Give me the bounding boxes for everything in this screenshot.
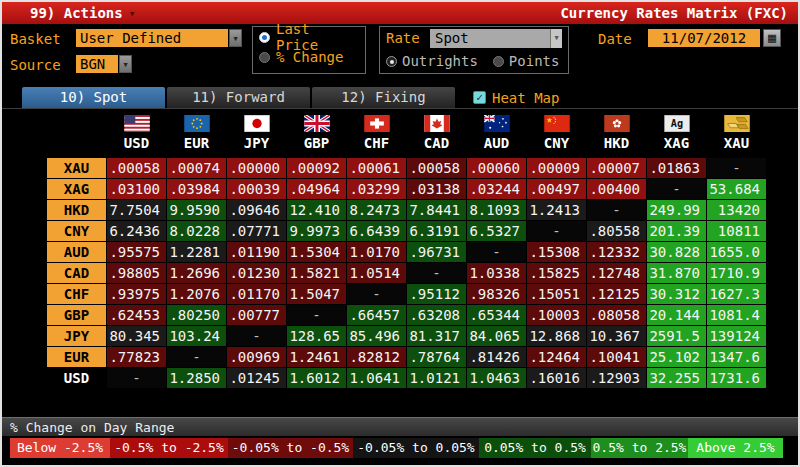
matrix-cell-eur-aud[interactable]: .81426: [467, 347, 526, 367]
matrix-cell-aud-xau[interactable]: 1655.0: [707, 242, 766, 262]
matrix-cell-cny-chf[interactable]: 6.6439: [347, 221, 406, 241]
column-header-cny[interactable]: CNY: [527, 115, 586, 157]
matrix-cell-xag-aud[interactable]: .03244: [467, 179, 526, 199]
column-header-usd[interactable]: USD: [107, 115, 166, 157]
matrix-cell-cad-eur[interactable]: 1.2696: [167, 263, 226, 283]
matrix-cell-chf-aud[interactable]: .98326: [467, 284, 526, 304]
column-header-aud[interactable]: AUD: [467, 115, 526, 157]
matrix-cell-eur-chf[interactable]: .82812: [347, 347, 406, 367]
row-label-cad[interactable]: CAD: [47, 263, 106, 283]
matrix-cell-gbp-usd[interactable]: .62453: [107, 305, 166, 325]
matrix-cell-xau-chf[interactable]: .00061: [347, 158, 406, 178]
matrix-cell-chf-chf[interactable]: -: [347, 284, 406, 304]
matrix-cell-jpy-gbp[interactable]: 128.65: [287, 326, 346, 346]
matrix-cell-chf-xau[interactable]: 1627.3: [707, 284, 766, 304]
matrix-cell-chf-eur[interactable]: 1.2076: [167, 284, 226, 304]
matrix-cell-hkd-xau[interactable]: 13420: [707, 200, 766, 220]
matrix-cell-usd-hkd[interactable]: .12903: [587, 368, 646, 388]
tab-fixing[interactable]: 12) Fixing: [312, 87, 455, 108]
matrix-cell-cad-usd[interactable]: .98805: [107, 263, 166, 283]
matrix-cell-cny-cad[interactable]: 6.3191: [407, 221, 466, 241]
matrix-cell-usd-chf[interactable]: 1.0641: [347, 368, 406, 388]
heatmap-toggle[interactable]: ✓ Heat Map: [473, 87, 559, 108]
calendar-icon[interactable]: ▦: [763, 29, 781, 47]
matrix-cell-jpy-cny[interactable]: 12.868: [527, 326, 586, 346]
matrix-cell-eur-jpy[interactable]: .00969: [227, 347, 286, 367]
column-header-gbp[interactable]: GBP: [287, 115, 346, 157]
matrix-cell-eur-cny[interactable]: .12464: [527, 347, 586, 367]
matrix-cell-xag-cny[interactable]: .00497: [527, 179, 586, 199]
matrix-cell-xau-jpy[interactable]: .00000: [227, 158, 286, 178]
matrix-cell-usd-cad[interactable]: 1.0121: [407, 368, 466, 388]
matrix-cell-gbp-aud[interactable]: .65344: [467, 305, 526, 325]
tab-forward[interactable]: 11) Forward: [167, 87, 310, 108]
matrix-cell-xag-jpy[interactable]: .00039: [227, 179, 286, 199]
matrix-cell-usd-gbp[interactable]: 1.6012: [287, 368, 346, 388]
matrix-cell-cny-gbp[interactable]: 9.9973: [287, 221, 346, 241]
matrix-cell-gbp-hkd[interactable]: .08058: [587, 305, 646, 325]
matrix-cell-cny-eur[interactable]: 8.0228: [167, 221, 226, 241]
matrix-cell-xau-aud[interactable]: .00060: [467, 158, 526, 178]
row-label-jpy[interactable]: JPY: [47, 326, 106, 346]
matrix-cell-aud-jpy[interactable]: .01190: [227, 242, 286, 262]
matrix-cell-hkd-usd[interactable]: 7.7504: [107, 200, 166, 220]
points-label[interactable]: Points: [509, 53, 560, 69]
matrix-cell-cad-xag[interactable]: 31.870: [647, 263, 706, 283]
matrix-cell-eur-hkd[interactable]: .10041: [587, 347, 646, 367]
matrix-cell-xau-gbp[interactable]: .00092: [287, 158, 346, 178]
column-header-jpy[interactable]: JPY: [227, 115, 286, 157]
outrights-label[interactable]: Outrights: [402, 53, 478, 69]
matrix-cell-hkd-gbp[interactable]: 12.410: [287, 200, 346, 220]
matrix-cell-xag-chf[interactable]: .03299: [347, 179, 406, 199]
matrix-cell-chf-cny[interactable]: .15051: [527, 284, 586, 304]
matrix-cell-jpy-xag[interactable]: 2591.5: [647, 326, 706, 346]
actions-menu[interactable]: 99) Actions ▾: [30, 5, 135, 21]
matrix-cell-usd-usd[interactable]: -: [107, 368, 166, 388]
matrix-cell-xag-xau[interactable]: 53.684: [707, 179, 766, 199]
matrix-cell-jpy-cad[interactable]: 81.317: [407, 326, 466, 346]
matrix-cell-xag-eur[interactable]: .03984: [167, 179, 226, 199]
column-header-eur[interactable]: EUR: [167, 115, 226, 157]
matrix-cell-cad-hkd[interactable]: .12748: [587, 263, 646, 283]
matrix-cell-cad-aud[interactable]: 1.0338: [467, 263, 526, 283]
matrix-cell-cny-hkd[interactable]: .80558: [587, 221, 646, 241]
radio-unselected-icon[interactable]: [493, 56, 504, 67]
column-header-hkd[interactable]: HKD: [587, 115, 646, 157]
matrix-cell-cad-gbp[interactable]: 1.5821: [287, 263, 346, 283]
matrix-cell-chf-hkd[interactable]: .12125: [587, 284, 646, 304]
matrix-cell-jpy-eur[interactable]: 103.24: [167, 326, 226, 346]
row-label-xau[interactable]: XAU: [47, 158, 106, 178]
matrix-cell-jpy-aud[interactable]: 84.065: [467, 326, 526, 346]
matrix-cell-cny-xau[interactable]: 10811: [707, 221, 766, 241]
matrix-cell-aud-cny[interactable]: .15308: [527, 242, 586, 262]
matrix-cell-usd-xag[interactable]: 32.255: [647, 368, 706, 388]
matrix-cell-hkd-jpy[interactable]: .09646: [227, 200, 286, 220]
source-dropdown-arrow-icon[interactable]: ▼: [119, 55, 132, 73]
row-label-hkd[interactable]: HKD: [47, 200, 106, 220]
source-dropdown[interactable]: BGN: [76, 55, 118, 73]
matrix-cell-aud-xag[interactable]: 30.828: [647, 242, 706, 262]
row-label-eur[interactable]: EUR: [47, 347, 106, 367]
matrix-cell-aud-eur[interactable]: 1.2281: [167, 242, 226, 262]
matrix-cell-usd-aud[interactable]: 1.0463: [467, 368, 526, 388]
matrix-cell-gbp-gbp[interactable]: -: [287, 305, 346, 325]
matrix-cell-cad-jpy[interactable]: .01230: [227, 263, 286, 283]
row-label-aud[interactable]: AUD: [47, 242, 106, 262]
matrix-cell-xag-gbp[interactable]: .04964: [287, 179, 346, 199]
matrix-cell-xau-cad[interactable]: .00058: [407, 158, 466, 178]
matrix-cell-gbp-jpy[interactable]: .00777: [227, 305, 286, 325]
row-label-chf[interactable]: CHF: [47, 284, 106, 304]
matrix-cell-cad-chf[interactable]: 1.0514: [347, 263, 406, 283]
matrix-cell-xag-cad[interactable]: .03138: [407, 179, 466, 199]
matrix-cell-xau-cny[interactable]: .00009: [527, 158, 586, 178]
row-label-cny[interactable]: CNY: [47, 221, 106, 241]
matrix-cell-aud-gbp[interactable]: 1.5304: [287, 242, 346, 262]
matrix-cell-usd-cny[interactable]: .16016: [527, 368, 586, 388]
matrix-cell-eur-gbp[interactable]: 1.2461: [287, 347, 346, 367]
matrix-cell-usd-xau[interactable]: 1731.6: [707, 368, 766, 388]
matrix-cell-cny-cny[interactable]: -: [527, 221, 586, 241]
matrix-cell-jpy-usd[interactable]: 80.345: [107, 326, 166, 346]
matrix-cell-aud-chf[interactable]: 1.0170: [347, 242, 406, 262]
matrix-cell-eur-xau[interactable]: 1347.6: [707, 347, 766, 367]
matrix-cell-chf-gbp[interactable]: 1.5047: [287, 284, 346, 304]
